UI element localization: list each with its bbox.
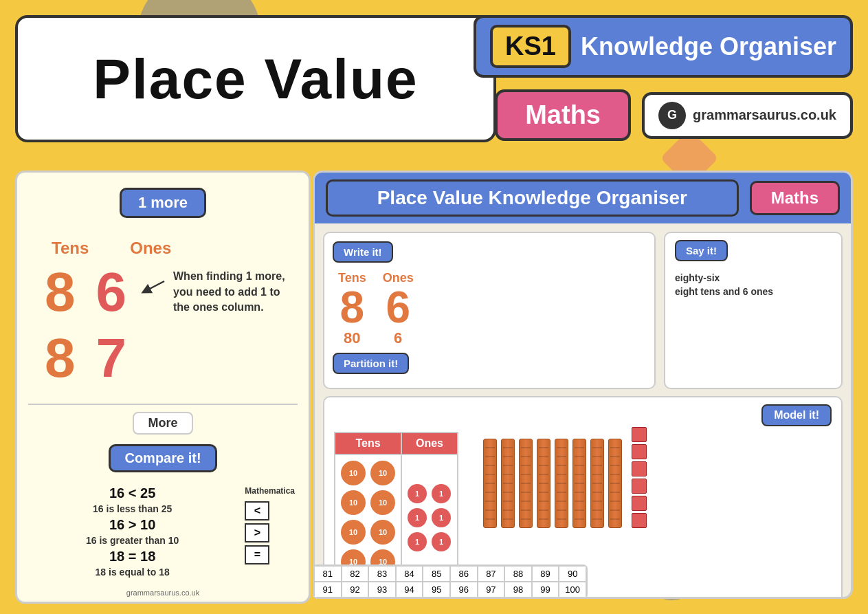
grid-cell: 91 [314, 582, 342, 597]
symbol-row-lt: < [245, 501, 295, 520]
left-card: 1 more Tens Ones 8 6 [15, 171, 311, 604]
number-grid: 81 82 83 84 85 86 87 88 89 90 91 92 93 9… [313, 564, 588, 599]
symbol-row-eq: = [245, 545, 295, 564]
tens-col-sub: 80 [344, 329, 360, 347]
page-title: Place Value [93, 47, 418, 111]
dienes-rod [483, 439, 497, 528]
one-circle: 1 [408, 484, 427, 503]
grid-cell: 94 [396, 582, 423, 597]
write-area: Write it! Tens 8 80 Ones 6 6 [323, 232, 656, 389]
ones-label-left: Ones [130, 239, 171, 258]
say-it-line1: eighty-six [675, 272, 832, 283]
dienes-rod [590, 439, 604, 528]
dienes-cube [632, 461, 647, 476]
dienes-rod [537, 439, 550, 528]
symbol-eq: = [245, 545, 269, 564]
grammarsaurus-footer-left: grammarsaurus.co.uk [17, 589, 309, 597]
main-card-title: Place Value Knowledge Organiser [326, 179, 739, 217]
table-ones-header: Ones [401, 432, 458, 454]
grid-cell: 81 [314, 566, 342, 582]
grid-cell: 87 [478, 566, 505, 582]
grid-row-91-100: 91 92 93 94 95 96 97 98 99 100 [314, 582, 586, 597]
grid-cell: 88 [504, 566, 532, 582]
page: Place Value KS1 Knowledge Organiser Math… [0, 0, 868, 614]
more-badge: More [133, 412, 192, 435]
dienes-cube [632, 479, 647, 494]
ks1-badge: KS1 [490, 25, 571, 68]
ten-circle: 10 [341, 490, 366, 515]
partition-it-btn[interactable]: Partition it! [333, 353, 409, 374]
model-it-btn[interactable]: Model it! [761, 404, 832, 426]
grid-cell: 95 [423, 582, 450, 597]
grid-cell: 96 [450, 582, 478, 597]
arrow-icon [140, 276, 168, 296]
grid-cell: 82 [342, 566, 369, 582]
grid-cell: 89 [532, 566, 559, 582]
one-circle: 1 [432, 484, 451, 503]
compare-line-3: 18 = 18 [31, 549, 234, 564]
original-ones-digit: 6 [96, 261, 127, 324]
main-card: Place Value Knowledge Organiser Maths Wr… [313, 171, 853, 599]
one-circle: 1 [408, 532, 427, 551]
math-label: Mathematica [245, 486, 295, 496]
compare-it-header: Compare it! [109, 444, 216, 472]
dienes-rod [572, 439, 586, 528]
one-circle: 1 [432, 532, 451, 551]
grid-cell: 83 [368, 566, 396, 582]
dienes-rod [608, 439, 622, 528]
symbol-gt: > [245, 523, 269, 542]
dienes-cube [632, 496, 647, 511]
dienes-rod [501, 439, 515, 528]
maths-row: Maths G grammarsaurus.co.uk [495, 89, 853, 141]
knowledge-organiser-label: Knowledge Organiser [581, 32, 836, 61]
ten-circle: 10 [370, 461, 395, 485]
write-partition-row: Write it! Tens 8 80 Ones 6 6 [315, 223, 851, 389]
dienes-rod [519, 439, 533, 528]
ks1-banner: KS1 Knowledge Organiser [474, 15, 853, 78]
main-card-inner: Write it! Tens 8 80 Ones 6 6 [315, 223, 851, 599]
say-it-line2: eight tens and 6 ones [675, 286, 832, 297]
main-maths-badge: Maths [750, 181, 840, 215]
one-circle: 1 [408, 508, 427, 527]
say-area: Say it! eighty-six eight tens and 6 ones [664, 232, 843, 389]
grid-cell: 98 [504, 582, 532, 597]
tens-col-digit: 8 [340, 285, 365, 329]
compare-desc-2: 16 is greater than 10 [31, 535, 234, 546]
dienes-cube [632, 444, 647, 459]
tens-ones-display: Tens 8 80 Ones 6 6 [333, 271, 414, 347]
arrow-note: When finding 1 more, you need to add 1 t… [140, 269, 295, 315]
grid-cell: 93 [368, 582, 396, 597]
symbol-row-gt: > [245, 523, 295, 542]
grammarsaurus-badge: G grammarsaurus.co.uk [642, 92, 853, 139]
grid-cell: 85 [423, 566, 450, 582]
tens-label-left: Tens [52, 239, 89, 258]
dienes-cube [632, 513, 647, 528]
grid-cell: 99 [532, 582, 559, 597]
table-ones-circles: 1 1 1 1 1 1 [401, 454, 458, 580]
dienes-cubes [632, 427, 647, 528]
dienes-rod [555, 439, 568, 528]
grid-cell: 90 [559, 566, 586, 582]
say-it-btn[interactable]: Say it! [675, 240, 728, 261]
grid-cell: 92 [342, 582, 369, 597]
svg-line-0 [146, 281, 164, 291]
compare-desc-3: 18 is equal to 18 [31, 567, 234, 578]
write-it-btn[interactable]: Write it! [333, 241, 393, 263]
original-tens-digit: 8 [45, 261, 76, 324]
tens-column: Tens 8 80 [338, 271, 366, 347]
compare-desc-1: 16 is less than 25 [31, 503, 234, 514]
dienes-cube [632, 427, 647, 442]
ten-circle: 10 [370, 490, 395, 515]
ones-col-sub: 6 [394, 329, 402, 347]
table-tens-header: Tens [335, 432, 401, 454]
one-more-header: 1 more [120, 188, 206, 218]
title-box: Place Value [15, 15, 496, 142]
result-tens-digit: 8 [45, 327, 76, 390]
result-ones-digit: 7 [96, 327, 127, 390]
symbol-lt: < [245, 501, 269, 520]
one-more-section: Tens Ones 8 6 [17, 226, 309, 397]
grid-cell: 86 [450, 566, 478, 582]
ones-col-digit: 6 [386, 285, 410, 329]
main-card-header: Place Value Knowledge Organiser Maths [315, 173, 851, 223]
maths-badge: Maths [495, 89, 631, 141]
